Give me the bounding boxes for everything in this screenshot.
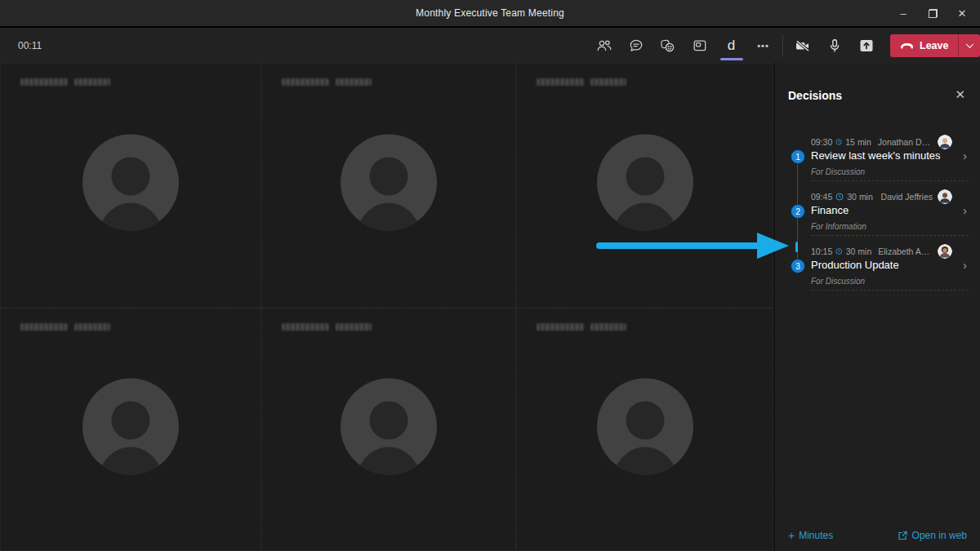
agenda-type: For Information: [811, 222, 866, 231]
agenda-owner: Elizabeth Ande...: [878, 247, 933, 256]
panel-title: Decisions: [788, 89, 842, 102]
agenda-separator: [811, 235, 969, 236]
close-icon: ✕: [955, 87, 965, 101]
device-controls: [792, 34, 876, 57]
agenda-type: For Discussion: [811, 167, 865, 176]
meeting-timer: 00:11: [18, 40, 42, 51]
camera-off-button[interactable]: [792, 34, 813, 57]
agenda-duration: 15 min: [845, 137, 871, 147]
agenda-meta: 09:30 15 min Jonathan Doe S...: [811, 135, 952, 149]
window-controls: – ✕: [889, 0, 977, 26]
participant-name-redacted: [537, 323, 626, 331]
agenda-meta: 10:15 30 min Elizabeth Ande...: [811, 244, 952, 259]
toolbar-icon-group: d •••: [594, 34, 773, 57]
avatar: [82, 378, 179, 474]
chat-button[interactable]: [626, 34, 646, 57]
avatar: [597, 134, 693, 230]
participant-name-redacted: [20, 323, 110, 331]
agenda-number-badge: 3: [791, 259, 805, 273]
mic-icon: [826, 38, 843, 54]
decisions-app-icon: d: [728, 38, 735, 52]
minutes-label: Minutes: [799, 530, 833, 541]
mic-button[interactable]: [824, 34, 844, 57]
participant-name-redacted: [282, 323, 372, 331]
hangup-icon: [900, 41, 914, 51]
reactions-icon: [659, 38, 676, 54]
chevron-right-icon[interactable]: ›: [963, 258, 967, 272]
video-tile[interactable]: [516, 308, 773, 551]
video-tile[interactable]: [516, 63, 773, 308]
agenda-time: 09:30: [811, 137, 832, 147]
decisions-panel: Decisions ✕ 1 09:30 15 min Jonathan Doe …: [773, 63, 980, 551]
agenda-duration: 30 min: [846, 247, 872, 256]
video-tile[interactable]: [261, 63, 516, 308]
camera-off-icon: [794, 38, 812, 54]
avatar: [597, 378, 693, 474]
clock-icon: [835, 138, 842, 146]
toolbar-divider: [782, 34, 783, 56]
window-title: Monthly Executive Team Meeting: [416, 7, 564, 19]
agenda-item[interactable]: 2 09:45 30 min David Jeffries Finance › …: [775, 185, 980, 240]
video-tile[interactable]: [261, 308, 516, 551]
avatar: [341, 378, 437, 474]
minutes-button[interactable]: + Minutes: [788, 530, 833, 541]
clock-icon: [835, 193, 844, 201]
chat-icon: [628, 38, 644, 54]
open-in-web-icon: [898, 531, 908, 540]
minimize-button[interactable]: –: [889, 0, 918, 26]
clock-icon: [835, 247, 842, 256]
video-tile[interactable]: [0, 63, 261, 308]
agenda-title: Production Update: [811, 259, 899, 271]
avatar: [82, 134, 179, 230]
agenda-item[interactable]: 1 09:30 15 min Jonathan Doe S... Review …: [775, 131, 980, 185]
reactions-button[interactable]: [657, 34, 678, 57]
chevron-right-icon[interactable]: ›: [963, 203, 967, 217]
agenda-separator: [811, 290, 969, 291]
agenda-title: Finance: [811, 204, 849, 216]
breakout-rooms-button[interactable]: [689, 34, 710, 57]
restore-button[interactable]: [918, 0, 947, 26]
agenda-type: For Discussion: [811, 277, 865, 286]
agenda-number-badge: 2: [791, 204, 805, 219]
active-app-underline: [720, 58, 743, 60]
agenda-item[interactable]: 3 10:15 30 min Elizabeth Ande... Product…: [775, 240, 980, 295]
avatar: [341, 134, 437, 230]
chevron-right-icon[interactable]: ›: [963, 149, 967, 162]
more-actions-button[interactable]: •••: [753, 34, 773, 57]
decisions-app-button[interactable]: d: [721, 34, 742, 57]
minimize-icon: –: [900, 7, 906, 20]
agenda-number-badge: 1: [791, 149, 805, 164]
agenda-title: Review last week's minutes: [811, 149, 941, 162]
owner-avatar: [938, 135, 952, 149]
agenda-time: 09:45: [811, 192, 832, 202]
panel-footer: + Minutes Open in web: [788, 530, 967, 541]
close-button[interactable]: ✕: [947, 0, 977, 26]
more-icon: •••: [757, 41, 769, 51]
share-button[interactable]: [856, 34, 876, 57]
participant-name-redacted: [282, 78, 372, 86]
chevron-down-icon: [966, 40, 974, 48]
agenda-meta: 09:45 30 min David Jeffries: [811, 189, 952, 204]
owner-avatar: [938, 189, 952, 204]
participant-name-redacted: [537, 78, 626, 86]
plus-icon: +: [788, 530, 795, 541]
open-in-web-button[interactable]: Open in web: [898, 530, 967, 541]
agenda-separator: [811, 180, 969, 181]
owner-avatar: [938, 244, 952, 259]
participant-name-redacted: [20, 78, 110, 86]
participants-button[interactable]: [594, 34, 614, 57]
close-icon: ✕: [958, 7, 967, 20]
breakout-rooms-icon: [692, 38, 708, 54]
leave-button-group: Leave: [890, 34, 980, 57]
leave-button[interactable]: Leave: [890, 34, 958, 57]
panel-close-button[interactable]: ✕: [955, 87, 965, 102]
leave-options-button[interactable]: [959, 34, 980, 57]
video-stage: [0, 63, 773, 551]
agenda-duration: 30 min: [847, 192, 873, 202]
agenda-list: 1 09:30 15 min Jonathan Doe S... Review …: [775, 131, 980, 310]
restore-icon: [929, 9, 938, 18]
leave-label: Leave: [920, 40, 948, 51]
video-tile[interactable]: [0, 308, 261, 551]
agenda-owner: Jonathan Doe S...: [878, 137, 933, 147]
window-titlebar: Monthly Executive Team Meeting – ✕: [0, 0, 980, 26]
